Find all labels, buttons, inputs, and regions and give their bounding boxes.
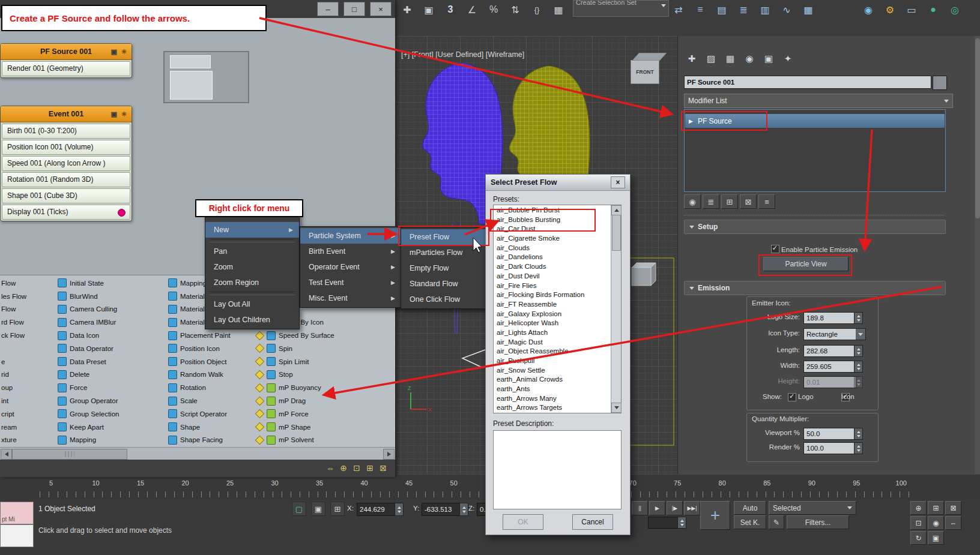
maxscript-mini-listener-pink[interactable]: pt Mi: [0, 502, 34, 524]
depot-item[interactable]: Group Selection: [58, 407, 166, 421]
create-tab[interactable]: ✚: [683, 50, 701, 67]
make-unique-icon[interactable]: ⊞: [721, 194, 738, 209]
icon-type-dropdown[interactable]: Rectangle: [803, 328, 866, 340]
depot-item[interactable]: Camera Culling: [58, 303, 166, 316]
stack-expand-icon[interactable]: ▶: [689, 118, 693, 124]
y-coord-field[interactable]: -633.513: [422, 503, 465, 516]
depot-item[interactable]: mP Drag: [267, 394, 381, 407]
depot-item[interactable]: ream: [1, 421, 54, 434]
modifier-stack[interactable]: ▶ PF Source: [684, 109, 946, 192]
preset-item[interactable]: earth_Animal Crowds: [494, 375, 611, 385]
preset-item[interactable]: air_Dark Clouds: [494, 262, 611, 272]
test-gem-icon[interactable]: [255, 357, 264, 367]
depot-item[interactable]: rid: [1, 368, 54, 382]
menu-item[interactable]: Misc. Event ▶: [300, 290, 401, 306]
depot-item[interactable]: Placement Paint: [168, 329, 253, 342]
hierarchy-tab[interactable]: ▦: [721, 50, 739, 67]
minimize-button[interactable]: –: [317, 2, 339, 16]
edit-named-selections-icon[interactable]: ▦: [549, 1, 568, 18]
depot-item[interactable]: Random Walk: [168, 368, 253, 382]
preset-item[interactable]: air_Clouds: [494, 244, 611, 253]
menu-item[interactable]: Lay Out Children: [205, 312, 299, 328]
depot-item[interactable]: Data Operator: [58, 342, 166, 355]
rendered-frame-icon[interactable]: ▭: [902, 1, 921, 18]
preset-item[interactable]: air_Fire Flies: [494, 281, 611, 291]
orbit-icon[interactable]: ↻: [910, 531, 927, 545]
ribbon-toggle-icon[interactable]: ▥: [755, 1, 775, 18]
angle-snap-icon[interactable]: ∠: [462, 1, 482, 18]
render-setup-icon[interactable]: ⚙: [880, 1, 900, 18]
preset-item[interactable]: air_Object Reassemble: [494, 347, 611, 356]
menu-item[interactable]: Lay Out All: [205, 296, 299, 312]
select-and-place-icon[interactable]: ▣: [419, 1, 438, 18]
test-gem-icon[interactable]: [255, 422, 264, 432]
zoom-selected-icon[interactable]: ⊠: [377, 462, 389, 474]
show-end-result-icon[interactable]: ≣: [703, 194, 719, 209]
test-gem-icon[interactable]: [255, 344, 264, 353]
named-selection-sets-icon[interactable]: {}: [527, 1, 546, 18]
remove-modifier-icon[interactable]: ⊠: [740, 194, 757, 209]
depot-item[interactable]: Spin: [267, 342, 381, 355]
preset-item[interactable]: air_Bubbles Bursting: [494, 215, 611, 225]
dialog-close-button[interactable]: ×: [611, 176, 625, 188]
menu-item[interactable]: One Click Flow: [401, 292, 488, 307]
depot-item[interactable]: mP Shape: [267, 421, 381, 434]
scroll-right-arrow-icon[interactable]: [383, 449, 395, 460]
render-iterative-icon[interactable]: ◎: [945, 1, 964, 18]
node-operator-row[interactable]: Position Icon 001 (Volume): [2, 140, 130, 155]
menu-item[interactable]: New ▶: [205, 222, 299, 238]
modifier-stack-selected-row[interactable]: ▶ PF Source: [685, 114, 945, 128]
maxscript-mini-listener-white[interactable]: [0, 524, 34, 547]
depot-item[interactable]: Spin Limit: [267, 355, 381, 368]
render-production-icon[interactable]: ●: [924, 1, 943, 18]
scroll-up-arrow-icon[interactable]: [611, 205, 622, 215]
depot-item[interactable]: Script Operator: [168, 407, 253, 421]
depot-item[interactable]: Stop: [267, 368, 381, 382]
key-filters-button[interactable]: Filters...: [787, 515, 849, 529]
render-pct-field[interactable]: 100.0: [803, 442, 856, 454]
x-coord-spinner[interactable]: [395, 503, 404, 516]
preset-item[interactable]: air_Galaxy Explosion: [494, 310, 611, 319]
logo-size-field[interactable]: 189.8: [803, 312, 856, 324]
test-gem-icon[interactable]: [255, 396, 264, 406]
depot-item[interactable]: Keep Apart: [58, 421, 166, 434]
width-spinner[interactable]: [854, 361, 863, 373]
motion-tab[interactable]: ◉: [740, 50, 758, 67]
menu-item[interactable]: Standard Flow: [401, 276, 488, 292]
menu-item[interactable]: Particle System ▶: [300, 228, 401, 244]
preset-item[interactable]: air_Cigarette Smoke: [494, 234, 611, 244]
test-gem-icon[interactable]: [255, 331, 264, 340]
depot-item[interactable]: Speed By Surface: [267, 329, 381, 342]
preset-item[interactable]: air_Snow Settle: [494, 366, 611, 376]
length-field[interactable]: 282.68: [803, 345, 856, 357]
configure-modifier-sets-icon[interactable]: ≡: [758, 194, 775, 209]
depot-item[interactable]: Data Preset: [58, 355, 166, 368]
menu-item[interactable]: Operator Event ▶: [300, 259, 401, 275]
presets-scrollbar[interactable]: [611, 205, 621, 413]
setup-rollout[interactable]: Setup: [684, 220, 946, 234]
zoom-extents-icon[interactable]: ⊠: [945, 501, 961, 515]
menu-item[interactable]: Empty Flow: [401, 260, 488, 276]
selection-region-icon[interactable]: ▢: [292, 502, 306, 516]
preset-item[interactable]: earth_Arrows Targets: [494, 403, 611, 412]
menu-item[interactable]: [209, 292, 295, 295]
depot-item[interactable]: Force: [58, 381, 166, 394]
modifier-list-dropdown[interactable]: Modifier List: [684, 94, 953, 108]
preset-item[interactable]: air_Dandelions: [494, 253, 611, 262]
menu-item[interactable]: Birth Event ▶: [300, 244, 401, 259]
preset-item[interactable]: air_Lights Attach: [494, 328, 611, 338]
zoom-extents-icon[interactable]: ⊞: [364, 462, 376, 474]
mirror-icon[interactable]: ⇄: [669, 1, 688, 18]
lock-selection-icon[interactable]: ▣: [311, 502, 325, 516]
absolute-mode-icon[interactable]: ⊞: [330, 502, 345, 516]
viewport-pct-field[interactable]: 50.0: [803, 428, 856, 440]
curve-editor-icon[interactable]: ∿: [777, 1, 796, 18]
play-icon[interactable]: ▶: [649, 501, 665, 515]
panel-scrollbar[interactable]: [975, 36, 980, 474]
depot-item[interactable]: cript: [1, 407, 54, 421]
object-color-swatch[interactable]: [933, 76, 947, 90]
depot-item[interactable]: Rotation: [168, 381, 253, 394]
scene-cube[interactable]: [632, 263, 656, 286]
close-button[interactable]: ×: [370, 2, 392, 16]
depot-item[interactable]: oup: [1, 381, 54, 394]
